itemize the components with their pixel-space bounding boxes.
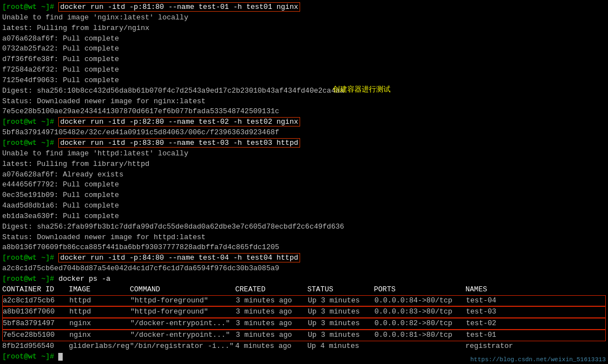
terminal-line: Unable to find image 'nginx:latest' loca… bbox=[2, 13, 606, 23]
terminal-line: 7125e4df9063: Pull complete bbox=[2, 75, 606, 86]
table-row: a2c8c1d75cb6httpd"httpd-foreground"3 min… bbox=[2, 295, 606, 307]
table-row: 5bf8a3791497nginx"/docker-entrypoint..."… bbox=[2, 318, 606, 330]
terminal-line: a8b0136f70609fb86cca885f441ba6bbf9303777… bbox=[2, 242, 606, 253]
terminal-line: Digest: sha256:10b8cc432d56da8b61b070f4c… bbox=[2, 86, 606, 97]
terminal-line: Unable to find image 'httpd:latest' loca… bbox=[2, 149, 606, 159]
terminal-line: latest: Pulling from library/nginx bbox=[2, 23, 606, 34]
terminal-line: Digest: sha256:2fab99fb3b1c7ddfa99d7dc55… bbox=[2, 222, 606, 232]
terminal-line: a076a628af6f: Already exists bbox=[2, 170, 606, 180]
watermark: https://blog.csdn.net/weixin_51613313 bbox=[470, 356, 606, 363]
table-row: 8fb21d956540gliderlabs/registrator:lates… bbox=[2, 341, 606, 352]
cursor bbox=[58, 353, 63, 361]
terminal-line: 4aad5d8db1a6: Pull complete bbox=[2, 201, 606, 211]
terminal-line: 7e5ce28b5100ae29ae2434141307870d6617ef6b… bbox=[2, 107, 606, 117]
terminal: [root@wt ~]# docker run -itd -p:81:80 --… bbox=[0, 0, 608, 364]
terminal-line: [root@wt ~]# docker run -itd -p:81:80 --… bbox=[2, 2, 606, 13]
terminal-line: [root@wt ~]# docker run -itd -p:83:80 --… bbox=[2, 138, 606, 149]
terminal-line: a2c8c1d75cb6ed704b8d87a54e042d4c1d7cf6c1… bbox=[2, 264, 606, 274]
terminal-line: latest: Pulling from library/httpd bbox=[2, 159, 606, 170]
terminal-line: eb1da3ea630f: Pull complete bbox=[2, 211, 606, 222]
terminal-line: Status: Downloaded newer image for httpd… bbox=[2, 232, 606, 243]
terminal-line: [root@wt ~]# docker run -itd -p:82:80 --… bbox=[2, 117, 606, 128]
terminal-line: a076a628af6f: Pull complete bbox=[2, 34, 606, 44]
terminal-line: 0732ab25fa22: Pull complete bbox=[2, 44, 606, 54]
terminal-line: 5bf8a3791497105482e/32c/ed41a09191c5d840… bbox=[2, 128, 606, 138]
terminal-line: f72584a26f32: Pull complete bbox=[2, 65, 606, 75]
terminal-line: Status: Downloaded newer image for nginx… bbox=[2, 97, 606, 107]
table-row: 7e5ce28b5100nginx"/docker-entrypoint..."… bbox=[2, 330, 606, 341]
terminal-line: d7f36f6fe38f: Pull complete bbox=[2, 54, 606, 65]
terminal-line: [root@wt ~]# docker ps -a bbox=[2, 274, 606, 285]
terminal-line: [root@wt ~]# docker run -itd -p:84:80 --… bbox=[2, 253, 606, 264]
terminal-line: 0ec35e191b09: Pull complete bbox=[2, 190, 606, 201]
terminal-line: e444656f7792: Pull complete bbox=[2, 180, 606, 190]
table-row: a8b0136f7060httpd"httpd-foreground"3 min… bbox=[2, 306, 606, 318]
annotation: 创建容器进行测试 bbox=[333, 84, 391, 94]
table-header: CONTAINER IDIMAGECOMMANDCREATEDSTATUSPOR… bbox=[2, 285, 606, 295]
